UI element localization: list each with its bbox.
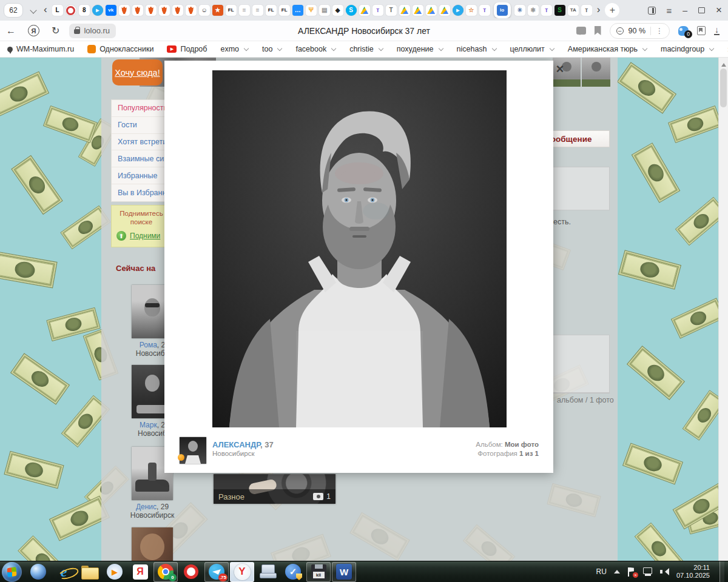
clock[interactable]: 20:11 07.10.2025 — [676, 564, 712, 580]
profile-photo-thumb[interactable] — [582, 58, 610, 87]
bookmark-похудение[interactable]: похудение — [397, 45, 443, 53]
user-name-link[interactable]: Марк — [140, 421, 157, 429]
tab-t-purple-icon[interactable]: т — [541, 5, 552, 16]
bookmark-facebook[interactable]: facebook — [295, 45, 336, 53]
comments-icon[interactable] — [576, 27, 586, 35]
tab-skype-icon[interactable]: S — [346, 5, 357, 16]
side-panel-icon[interactable] — [648, 7, 656, 15]
taskbar-app-yandex-app[interactable]: Я — [128, 562, 152, 582]
volume-icon[interactable] — [660, 567, 669, 576]
zoom-control[interactable]: – 90 % ⋮ — [610, 23, 670, 39]
tab-smiley-icon[interactable]: ☺ — [199, 5, 210, 16]
sidebar-item-Хотят встретить[interactable]: Хотят встретить — [112, 134, 171, 151]
taskbar-app-yandex-browser[interactable]: Y — [230, 562, 254, 582]
new-tab-button[interactable]: + — [605, 3, 619, 18]
browser-menu-icon[interactable]: ≡ — [667, 5, 672, 16]
taskbar-app-remote-desktop[interactable] — [255, 562, 280, 582]
bookmark-exmo[interactable]: exmo — [220, 45, 249, 53]
taskbar-app-security-app[interactable]: ✓ — [281, 562, 305, 582]
tab-flame-icon[interactable] — [146, 5, 157, 16]
tab-scroll-right-icon[interactable]: › — [597, 4, 601, 16]
taskbar-app-floppy-app[interactable]: kII — [306, 562, 331, 582]
tab-fl-icon[interactable]: FL — [266, 5, 277, 16]
tab-flame-icon[interactable] — [159, 5, 170, 16]
bookmark-too[interactable]: too — [262, 45, 282, 53]
owner-name-link[interactable]: АЛЕКСАНДР — [212, 440, 260, 449]
tab-hand-icon[interactable]: Ψ — [306, 5, 317, 16]
tab-doc-icon[interactable]: ▤ — [319, 5, 330, 16]
tab-swirl-icon[interactable]: ✳ — [514, 5, 525, 16]
taskbar-app-chrome[interactable]: 0 — [153, 562, 178, 582]
tab-scroll-left-icon[interactable]: ‹ — [44, 4, 47, 16]
language-indicator[interactable]: RU — [596, 567, 607, 576]
page-scrollbar[interactable] — [718, 58, 728, 561]
tab-telegram-icon[interactable]: ▸ — [453, 5, 463, 16]
sidebar-item-Гости[interactable]: Гости — [112, 117, 171, 134]
cta-want-here-button[interactable]: Хочу сюда! — [112, 59, 163, 85]
tab-brain-icon[interactable]: ✱ — [528, 5, 539, 16]
tab-red-ring-icon[interactable] — [66, 5, 76, 16]
user-name-link[interactable]: Рома — [140, 341, 157, 349]
tab-fablic-icon[interactable]: ≡ — [252, 5, 263, 16]
tab-flame-icon[interactable] — [172, 5, 183, 16]
bookmark-WM-Maximum.ru[interactable]: WM-Maximum.ru — [7, 45, 74, 53]
reload-icon[interactable]: ↻ — [52, 25, 59, 36]
sidebar-item-Взаимные симп[interactable]: Взаимные симп — [112, 150, 171, 167]
show-desktop-button[interactable] — [720, 561, 724, 582]
tab-drive-icon[interactable] — [426, 5, 437, 16]
bookmarks-panel-icon[interactable] — [697, 26, 706, 35]
sidebar-item-Вы в Избранны[interactable]: Вы в Избранны — [112, 184, 171, 201]
tab-flame-icon[interactable] — [119, 5, 130, 16]
back-icon[interactable]: ← — [6, 25, 16, 36]
sidebar-item-Популярность[interactable]: Популярность — [112, 100, 171, 117]
bookmark-Американская тюрь[interactable]: Американская тюрь — [568, 45, 647, 53]
yandex-home-icon[interactable]: Я — [28, 25, 39, 36]
window-restore-button[interactable] — [698, 7, 705, 13]
user-name-link[interactable]: Денис — [136, 503, 157, 511]
network-icon[interactable] — [643, 567, 653, 576]
lightbox-close-icon[interactable]: × — [552, 61, 568, 77]
bookmark-Подроб[interactable]: ▶Подроб — [167, 45, 207, 53]
zoom-out-icon[interactable]: – — [616, 27, 624, 35]
tab-drive-icon[interactable] — [413, 5, 423, 16]
tab-t-grey-icon[interactable]: T — [386, 5, 397, 16]
tab-flame-icon[interactable] — [132, 5, 143, 16]
taskbar-app-opera[interactable] — [179, 562, 203, 582]
tab-t-grey-icon[interactable]: т — [581, 5, 592, 16]
bookmark-macindgroup[interactable]: macindgroup — [661, 45, 714, 53]
sidebar-item-Избранные[interactable]: Избранные — [112, 167, 171, 184]
album-card[interactable]: Разное 1 — [214, 474, 335, 504]
bookmark-nicehash[interactable]: nicehash — [457, 45, 497, 53]
taskbar-app-telegram-app[interactable]: .75 — [204, 562, 229, 582]
tab-l-serif-icon[interactable]: L — [52, 5, 63, 16]
taskbar-app-internet-explorer[interactable]: e — [52, 562, 76, 582]
tab-telegram-icon[interactable]: ▸ — [92, 5, 103, 16]
scroll-up-icon[interactable] — [721, 61, 726, 67]
active-tab[interactable]: lo — [494, 2, 511, 18]
taskbar-app-media-player[interactable]: ▶ — [103, 562, 127, 582]
list-item[interactable] — [110, 527, 195, 561]
tab-fablic-icon[interactable]: ≡ — [239, 5, 250, 16]
taskbar-app-file-explorer[interactable] — [77, 562, 101, 582]
tray-expand-icon[interactable] — [614, 567, 620, 574]
tab-eight-icon[interactable]: 8 — [79, 5, 90, 16]
tab-list-chevron-icon[interactable] — [29, 6, 38, 15]
taskbar-app-globe-app[interactable] — [26, 562, 50, 582]
tab-fl-icon[interactable]: FL — [279, 5, 290, 16]
tab-flame-icon[interactable] — [186, 5, 197, 16]
tab-chat-icon[interactable]: … — [292, 5, 303, 16]
window-minimize-button[interactable]: – — [682, 5, 687, 15]
tab-t-purple-icon[interactable]: т — [479, 5, 490, 16]
raise-link[interactable]: Подними — [130, 232, 160, 240]
url-field[interactable]: loloo.ru — [69, 24, 116, 38]
tab-fl-icon[interactable]: FL — [226, 5, 237, 16]
protect-icon[interactable]: 0 — [678, 26, 689, 36]
tab-drive-icon[interactable] — [359, 5, 370, 16]
tab-star-icon[interactable]: ☆ — [466, 5, 477, 16]
tab-sber-icon[interactable]: S — [554, 5, 565, 16]
bookmark-christie[interactable]: christie — [349, 45, 383, 53]
downloads-icon[interactable]: ↓ — [714, 26, 720, 35]
action-center-flag-icon[interactable]: × — [627, 567, 636, 577]
tab-drive-icon[interactable] — [399, 5, 410, 16]
tab-jivo-icon[interactable]: ◆ — [332, 5, 343, 16]
